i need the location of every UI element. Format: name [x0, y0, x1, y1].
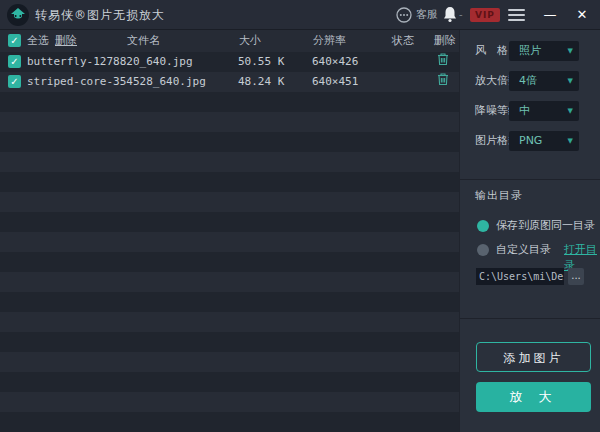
- radio-unselected-icon[interactable]: [477, 244, 489, 256]
- chevron-down-icon: ▼: [568, 71, 573, 91]
- table-row: ✓ butterfly-1278820_640.jpg 50.55 K 640×…: [0, 52, 459, 72]
- denoise-select[interactable]: 中 ▼: [509, 101, 579, 121]
- close-button[interactable]: ✕: [572, 0, 592, 30]
- radio-same-dir[interactable]: 保存到原图同一目录: [460, 218, 600, 234]
- minimize-button[interactable]: —: [540, 0, 560, 30]
- divider: [460, 179, 600, 180]
- customer-service-icon[interactable]: [396, 7, 412, 23]
- table-body: ✓ butterfly-1278820_640.jpg 50.55 K 640×…: [0, 52, 459, 432]
- column-delete: 删除: [434, 30, 456, 52]
- output-path-field[interactable]: C:\Users\mi\Desktop: [476, 268, 564, 285]
- trash-icon[interactable]: [436, 72, 450, 86]
- titlebar: 转易侠®图片无损放大 客服 - VIP — ✕: [0, 0, 600, 30]
- table-row: ✓ striped-core-354528_640.jpg 48.24 K 64…: [0, 72, 459, 92]
- output-dir-title: 输出目录: [475, 188, 523, 203]
- row-size: 48.24 K: [238, 72, 284, 92]
- row-resolution: 640×451: [312, 72, 358, 92]
- chevron-down-icon: ▼: [568, 131, 573, 151]
- radio-custom-dir[interactable]: 自定义目录 打开目录: [460, 242, 600, 258]
- setting-denoise: 降噪等级： 中 ▼: [460, 101, 600, 121]
- bell-caret-icon: -: [459, 0, 463, 30]
- customer-service-label[interactable]: 客服: [416, 0, 438, 30]
- app-title: 转易侠®图片无损放大: [35, 0, 165, 30]
- divider: [460, 318, 600, 319]
- setting-style: 风 格： 照片 ▼: [460, 41, 600, 61]
- setting-scale: 放大倍数： 4倍 ▼: [460, 71, 600, 91]
- notification-bell-icon[interactable]: [443, 6, 457, 23]
- select-all-checkbox[interactable]: ✓: [8, 34, 21, 47]
- vip-badge[interactable]: VIP: [470, 8, 500, 22]
- file-table: ✓ 全选 删除 文件名 大小 分辨率 状态 删除 ✓ butterfly-127…: [0, 30, 459, 432]
- trash-icon[interactable]: [436, 52, 450, 66]
- delete-selected-link[interactable]: 删除: [55, 30, 77, 52]
- settings-sidebar: 风 格： 照片 ▼ 放大倍数： 4倍 ▼ 降噪等级： 中 ▼ 图片格式： PNG…: [459, 30, 600, 432]
- radio-selected-icon[interactable]: [477, 220, 489, 232]
- row-checkbox[interactable]: ✓: [8, 75, 21, 88]
- format-value: PNG: [519, 131, 542, 151]
- menu-icon[interactable]: [508, 9, 525, 21]
- column-resolution: 分辨率: [313, 30, 346, 52]
- chevron-down-icon: ▼: [568, 41, 573, 61]
- chevron-down-icon: ▼: [568, 101, 573, 121]
- column-size: 大小: [239, 30, 261, 52]
- enlarge-button[interactable]: 放 大: [476, 382, 591, 412]
- style-value: 照片: [519, 41, 541, 61]
- style-select[interactable]: 照片 ▼: [509, 41, 579, 61]
- column-status: 状态: [392, 30, 414, 52]
- column-filename: 文件名: [127, 30, 160, 52]
- setting-format: 图片格式： PNG ▼: [460, 131, 600, 151]
- scale-value: 4倍: [519, 71, 537, 91]
- add-images-button[interactable]: 添加图片: [476, 342, 591, 372]
- same-dir-label[interactable]: 保存到原图同一目录: [496, 218, 595, 234]
- browse-button[interactable]: ...: [568, 268, 584, 285]
- scale-select[interactable]: 4倍 ▼: [509, 71, 579, 91]
- app-logo-icon: [7, 4, 29, 26]
- custom-dir-label[interactable]: 自定义目录: [496, 242, 551, 258]
- row-size: 50.55 K: [238, 52, 284, 72]
- format-select[interactable]: PNG ▼: [509, 131, 579, 151]
- denoise-value: 中: [519, 101, 530, 121]
- row-filename: butterfly-1278820_640.jpg: [27, 52, 193, 72]
- table-header: ✓ 全选 删除 文件名 大小 分辨率 状态 删除: [0, 30, 459, 52]
- select-all-label[interactable]: 全选: [27, 30, 49, 52]
- row-filename: striped-core-354528_640.jpg: [27, 72, 206, 92]
- row-resolution: 640×426: [312, 52, 358, 72]
- row-checkbox[interactable]: ✓: [8, 55, 21, 68]
